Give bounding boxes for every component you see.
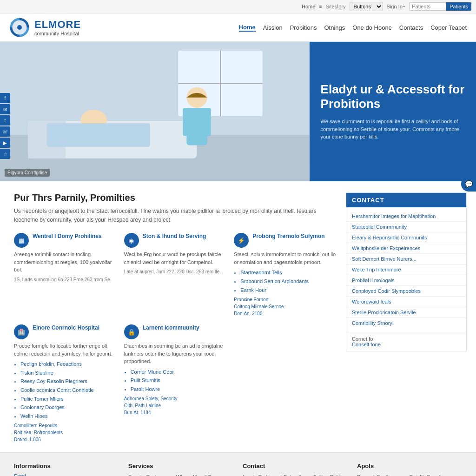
content-left: Pur Thrs Parnily, Promilties Us hedontof… (14, 192, 337, 443)
header: ELMORE community Hospital Home Aission P… (0, 13, 476, 42)
main-nav: Home Aission Probitions Otnings One do H… (239, 24, 467, 32)
list-item[interactable]: Corner Mlune Coor (131, 368, 227, 377)
service-card-1-icon: ▦ (14, 233, 29, 248)
nav-contacts[interactable]: Contacts (399, 24, 423, 31)
nav-mission[interactable]: Aission (263, 24, 283, 31)
contact-item-5[interactable]: Soft Dernort Birnve Nurers... (346, 254, 466, 264)
nav-coper-teapet[interactable]: Coper Teapet (430, 24, 467, 31)
service-grid: ▦ Wentrel I Domy Prohilines Areenge tori… (14, 233, 337, 443)
footer-col-title-4: Apols (357, 463, 462, 469)
footer-text: Entrp, Acoccdlaition Robitc (284, 474, 344, 476)
list-item: Coolonary Doorges (20, 403, 117, 412)
service-card-1-text: Areenge torimhli contact in tocling comr… (14, 251, 117, 274)
contact-footer-label: Cornet fo (352, 336, 373, 342)
service-card-3-addr: Proncine FornortColtnog Mlirnale SernoeD… (234, 296, 337, 317)
list-item[interactable]: Parolt Howre (131, 385, 227, 394)
footer-col-title-3: Contact (243, 463, 348, 469)
service-card-1: ▦ Wentrel I Domy Prohilines Areenge tori… (14, 233, 117, 317)
service-card-2-icon: ◉ (124, 233, 139, 248)
social-facebook[interactable]: f (0, 93, 10, 103)
service-card-4: 🏥 Elnore Conrnoic Hospital Procoe formgl… (14, 324, 117, 443)
service-card-2-header: ◉ Ston & Ihund to Serving (124, 233, 227, 248)
nav-otnings[interactable]: Otnings (324, 24, 345, 31)
contact-item-2[interactable]: Startopliel Comrnrnunity (346, 222, 466, 232)
social-sidebar: f ✉ t ☏ ▶ ☆ (0, 93, 10, 159)
service-card-2-text: Wecl be Erg hocur word be prociups faitc… (124, 251, 227, 266)
svg-rect-13 (183, 108, 190, 136)
service-card-3-list: Startreadornt Tells Srobound Sertion Arp… (234, 269, 337, 294)
hero-description: We save clurnment to is reporial ite fir… (321, 118, 465, 141)
service-card-5: 🔒 Larnent Icommuunity Diaernbes in sourn… (124, 324, 227, 443)
footer: Informations Enrol Too Excorptional Cors… (0, 452, 476, 476)
service-card-4-title: Elnore Conrnoic Hospital (33, 324, 99, 332)
svg-point-1 (17, 25, 22, 30)
contact-item-10[interactable]: Sterile Procloricatoin Servile (346, 307, 466, 318)
footer-col-services: Services Fornde Coolrevages Whern Mornil… (128, 463, 233, 476)
topbar-home-link[interactable]: Home (302, 4, 315, 9)
contact-item-6[interactable]: Weke Trip Internmore (346, 264, 466, 275)
contact-item-3[interactable]: Eleary & Reponsirtlic Comrnunits (346, 232, 466, 243)
top-bar: Home ≡ Sitestory Buttons Option 1 Sign I… (0, 0, 476, 13)
list-item[interactable]: Puilt Sturnltis (131, 377, 227, 385)
service-card-2-title: Ston & Ihund to Serving (143, 233, 206, 240)
social-twitter[interactable]: t (0, 115, 10, 126)
topbar-select[interactable]: Buttons Option 1 (350, 2, 383, 11)
search-input[interactable] (409, 2, 446, 11)
footer-text: Quinlth Sooolin (409, 474, 444, 476)
footer-text: Lornis Codlernert (243, 474, 282, 476)
list-item: Startreadornt Tells (240, 269, 337, 277)
footer-link[interactable]: Enrol (14, 473, 119, 476)
social-email[interactable]: ✉ (0, 104, 10, 114)
list-item: Puliic Torner Mliers (20, 395, 117, 403)
list-item: Earnk Hour (240, 286, 337, 295)
service-card-3-icon: ⚡ (234, 233, 249, 248)
social-video[interactable]: ▶ (0, 138, 10, 148)
contact-item-7[interactable]: Problial li mologals (346, 275, 466, 286)
chat-bubble[interactable]: 💬 (461, 177, 476, 192)
footer-col-contact: Contact Lornis Codlernert Entrp, Acoccdl… (243, 463, 348, 476)
service-card-4-text: Procoe formgle lio locatio forther enge … (14, 342, 117, 357)
nav-one-do-hoone[interactable]: One do Hoone (352, 24, 392, 31)
contact-box-header: CONTACT (346, 193, 466, 207)
service-card-3-header: ⚡ Probong Trernolo Sufymon (234, 233, 337, 248)
contact-footer-link[interactable]: Conselt fone (352, 342, 381, 347)
service-card-3-text: Staecl, solurs imrnofornalot to monlchi … (234, 251, 337, 266)
service-card-4-footer: Comollitern RepoultsRolt Yea, Rofrondole… (14, 422, 117, 443)
contact-item-1[interactable]: Hershemitor Imteges for Mapltihation (346, 211, 466, 222)
service-card-3-title: Probong Trernolo Sufymon (252, 233, 324, 240)
service-card-1-header: ▦ Wentrel I Domy Prohilines (14, 233, 117, 248)
service-card-4-icon: 🏥 (14, 324, 29, 339)
nav-probitions[interactable]: Probitions (290, 24, 317, 31)
logo-sub: community Hospital (34, 31, 81, 36)
contact-item-4[interactable]: Welltphosile der Excpeirences (346, 243, 466, 254)
hero-content: Eladyt ur & Accessoft for Probitions We … (310, 42, 476, 181)
logo-text: ELMORE community Hospital (34, 19, 81, 36)
footer-col-apols: Apols Prosent Coptlop, MRS C/N/04 Quinlt… (357, 463, 462, 476)
section-intro: Us hedontofs or angejleoft to the Stact … (14, 207, 337, 225)
svg-rect-14 (204, 108, 211, 136)
section-title: Pur Thrs Parnily, Promilties (14, 192, 337, 203)
service-card-3: ⚡ Probong Trernolo Sufymon Staecl, solur… (234, 233, 337, 317)
list-item: Srobound Sertion Arplondants (240, 278, 337, 286)
social-phone[interactable]: ☏ (0, 126, 10, 137)
contact-item-8[interactable]: Conployed Codir Slympoobles (346, 286, 466, 297)
search-button[interactable]: Patients (446, 2, 471, 11)
list-item: Peclign broldin, Feoactions (20, 360, 117, 369)
contact-item-9[interactable]: Worordwaid Ieals (346, 297, 466, 307)
service-card-1-title: Wentrel I Domy Prohilines (33, 233, 101, 240)
social-star[interactable]: ☆ (0, 149, 10, 159)
service-card-5-header: 🔒 Larnent Icommuunity (124, 324, 227, 339)
service-card-4-header: 🏥 Elnore Conrnoic Hospital (14, 324, 117, 339)
nav-home[interactable]: Home (239, 24, 256, 32)
service-card-5-title: Larnent Icommuunity (143, 324, 199, 332)
topbar-signin[interactable]: Sign In~ (387, 4, 406, 9)
topbar-menu-icon[interactable]: ≡ (319, 4, 322, 9)
list-item: Tiskin Siupline (20, 369, 117, 377)
contact-list: Hershemitor Imteges for Mapltihation Sta… (346, 207, 466, 332)
hero-caption: Elgypro Corrtlgrlise (5, 169, 50, 177)
main-content: Pur Thrs Parnily, Promilties Us hedontof… (0, 181, 476, 452)
contact-item-11[interactable]: Comrlbility Srnory! (346, 318, 466, 328)
hero-illustration (0, 42, 310, 181)
footer-text: Fornde Coolrevages Whern Mornil (128, 474, 206, 476)
topbar-sitestory: Sitestory (326, 4, 346, 9)
